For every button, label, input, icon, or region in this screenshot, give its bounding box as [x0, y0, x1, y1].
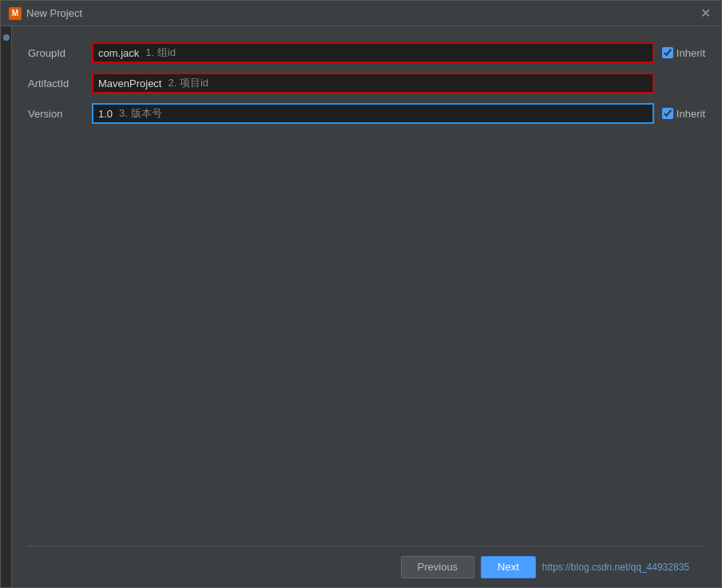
title-bar-left: M New Project — [9, 7, 82, 20]
artifactid-row: ArtifactId MavenProject 2. 项目id Inherit — [28, 73, 705, 93]
window-title: New Project — [26, 7, 82, 19]
left-sidebar — [1, 26, 12, 587]
bottom-bar: Previous Next https://blog.csdn.net/qq_4… — [28, 546, 705, 587]
version-hint: 3. 版本号 — [117, 104, 653, 123]
artifactid-value: MavenProject — [93, 75, 166, 92]
artifactid-hint: 2. 项目id — [166, 74, 652, 93]
groupid-hint: 1. 组id — [144, 43, 653, 62]
version-value: 1.0 — [93, 105, 117, 122]
new-project-dialog: M New Project ✕ GroupId com.jack 1. 组id — [0, 0, 722, 588]
groupid-inherit-label[interactable]: Inherit — [662, 47, 705, 59]
artifactid-input-container: MavenProject 2. 项目id — [92, 73, 654, 93]
title-bar: M New Project ✕ — [1, 1, 721, 26]
version-row: Version 1.0 3. 版本号 Inherit — [28, 103, 705, 124]
version-input-container: 1.0 3. 版本号 — [92, 103, 654, 124]
main-content: GroupId com.jack 1. 组id Inherit Artifact… — [12, 26, 721, 587]
artifactid-label: ArtifactId — [28, 77, 92, 89]
groupid-input-container: com.jack 1. 组id — [92, 42, 654, 63]
version-inherit-label[interactable]: Inherit — [662, 108, 705, 120]
groupid-label: GroupId — [28, 47, 92, 59]
app-icon: M — [9, 7, 22, 20]
url-text: https://blog.csdn.net/qq_44932835 — [542, 562, 689, 573]
groupid-row: GroupId com.jack 1. 组id Inherit — [28, 42, 705, 63]
dialog-body: GroupId com.jack 1. 组id Inherit Artifact… — [1, 26, 721, 587]
sidebar-marker — [3, 34, 10, 41]
groupid-value: com.jack — [93, 45, 144, 62]
bottom-right: Previous Next https://blog.csdn.net/qq_4… — [401, 556, 689, 578]
version-label: Version — [28, 108, 92, 120]
version-inherit-checkbox[interactable] — [662, 108, 673, 119]
previous-button[interactable]: Previous — [401, 556, 475, 578]
close-button[interactable]: ✕ — [697, 6, 713, 22]
form-area: GroupId com.jack 1. 组id Inherit Artifact… — [28, 42, 705, 546]
next-button[interactable]: Next — [481, 556, 536, 578]
groupid-inherit-checkbox[interactable] — [662, 47, 673, 58]
